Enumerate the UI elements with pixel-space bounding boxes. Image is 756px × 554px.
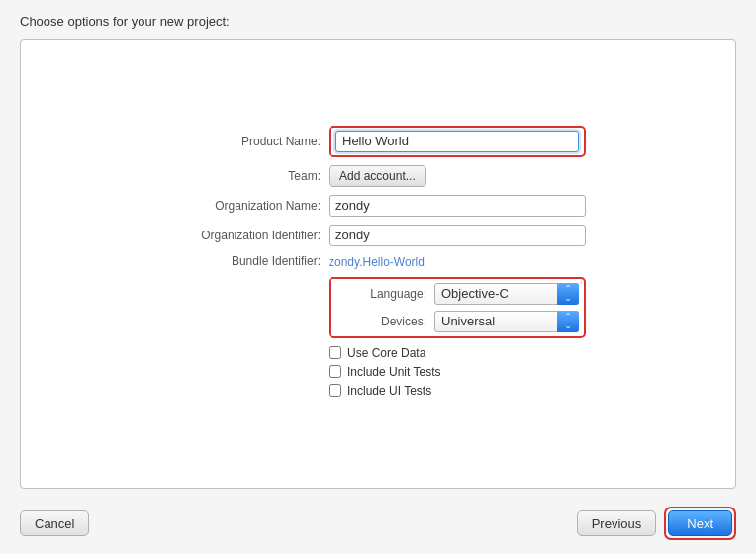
devices-field-row: Devices: Universal iPhone iPad [335,311,579,332]
include-ui-tests-label: Include UI Tests [347,384,431,398]
next-button-wrapper: Next [664,507,736,540]
product-name-label: Product Name: [170,135,329,148]
include-ui-tests-checkbox[interactable] [329,384,341,397]
header-prompt: Choose options for your new project: [0,0,756,39]
cancel-button[interactable]: Cancel [20,510,89,536]
org-id-field [329,225,586,246]
include-unit-tests-checkbox[interactable] [329,365,341,378]
devices-select[interactable]: Universal iPhone iPad [434,311,579,332]
org-id-row: Organization Identifier: [170,225,586,246]
language-row: Language: Objective-C Swift [335,283,579,305]
devices-label: Devices: [335,315,434,328]
product-name-highlight [329,126,586,157]
devices-select-wrapper: Universal iPhone iPad [434,311,579,332]
org-id-input[interactable] [329,225,586,246]
team-field: Add account... [329,165,586,187]
language-label: Language: [335,287,434,301]
next-button[interactable]: Next [668,510,732,536]
language-devices-group-row: Language: Objective-C Swift [170,277,586,338]
team-row: Team: Add account... [170,165,586,187]
org-id-label: Organization Identifier: [170,229,329,242]
add-account-button[interactable]: Add account... [329,165,426,187]
bundle-id-row: Bundle Identifier: zondy.Hello-World [170,254,586,269]
language-select-wrapper: Objective-C Swift [434,283,579,305]
footer: Cancel Previous Next [0,499,756,554]
org-name-input[interactable] [329,195,586,217]
include-ui-tests-row: Include UI Tests [329,384,586,398]
form-container: Product Name: Team: Add account... Organ… [170,126,586,403]
language-field-row: Language: Objective-C Swift [335,283,579,305]
window: Choose options for your new project: Pro… [0,0,756,554]
org-name-field [329,195,586,217]
org-name-row: Organization Name: [170,195,586,217]
product-name-input[interactable] [335,131,579,152]
product-name-row: Product Name: [170,126,586,157]
use-core-data-label: Use Core Data [347,346,425,360]
lang-devices-outline: Language: Objective-C Swift [329,277,586,338]
footer-right: Previous Next [577,507,736,540]
use-core-data-row: Use Core Data [329,346,586,360]
previous-button[interactable]: Previous [577,510,657,536]
bundle-id-value: zondy.Hello-World [329,255,425,269]
team-label: Team: [170,169,329,183]
org-name-label: Organization Name: [170,199,329,213]
use-core-data-checkbox[interactable] [329,346,341,359]
main-panel: Product Name: Team: Add account... Organ… [20,39,736,489]
language-select[interactable]: Objective-C Swift [434,283,579,305]
devices-row: Devices: Universal iPhone iPad [335,311,579,332]
bundle-id-field: zondy.Hello-World [329,254,586,269]
product-name-field-wrapper [329,126,586,157]
include-unit-tests-row: Include Unit Tests [329,365,586,379]
bundle-id-label: Bundle Identifier: [170,254,329,268]
include-unit-tests-label: Include Unit Tests [347,365,441,379]
